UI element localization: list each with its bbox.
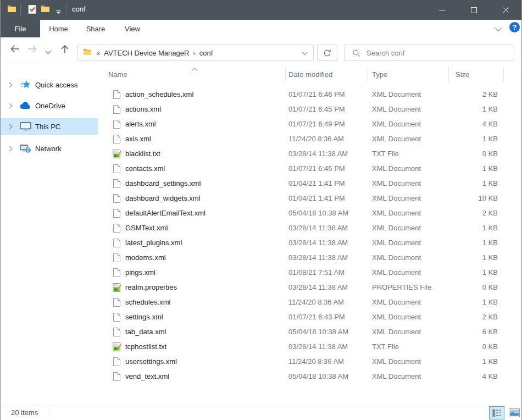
file-row[interactable]: tcphostlist.txt 03/28/14 11:38 AM TXT Fi…	[98, 340, 522, 355]
expand-chevron-icon[interactable]	[6, 124, 15, 130]
navigation-pane: Quick access OneDrive This PC	[1, 63, 98, 405]
file-type-icon	[113, 104, 121, 114]
file-row[interactable]: GSMText.xml 03/28/14 11:38 AM XML Docume…	[98, 221, 522, 236]
breadcrumb-segment-parent[interactable]: AVTECH Device ManageR	[104, 49, 189, 57]
file-name: axis.xml	[125, 135, 151, 143]
file-type: XML Document	[372, 164, 421, 173]
sidebar-item-quick-access[interactable]: Quick access	[1, 76, 98, 93]
file-row[interactable]: realm.properties 03/28/14 11:38 AM PROPE…	[98, 280, 522, 295]
file-row[interactable]: alerts.xml 01/07/21 6:49 PM XML Document…	[98, 117, 522, 132]
file-type: XML Document	[372, 313, 421, 321]
file-row[interactable]: defaultAlertEmailText.xml 05/04/18 10:38…	[98, 206, 522, 221]
file-type: XML Document	[372, 194, 421, 202]
sidebar-item-label: This PC	[35, 123, 60, 131]
column-header-date-modified[interactable]: Date modified	[288, 70, 332, 79]
file-type-icon	[113, 283, 121, 292]
file-row[interactable]: contacts.xml 01/07/21 6:45 PM XML Docume…	[98, 162, 522, 176]
sidebar-item-network[interactable]: Network	[1, 140, 98, 157]
search-input[interactable]	[365, 48, 514, 58]
column-separator[interactable]	[503, 67, 504, 82]
file-row[interactable]: dashboard_settings.xml 01/04/21 1:41 PM …	[98, 176, 522, 191]
file-row[interactable]: actions.xml 01/07/21 6:45 PM XML Documen…	[98, 102, 522, 117]
file-row[interactable]: pings.xml 01/08/21 7:51 AM XML Document …	[98, 266, 522, 280]
properties-quick-access-icon[interactable]	[28, 4, 36, 16]
expand-chevron-icon[interactable]	[6, 82, 15, 88]
thumbnails-view-button[interactable]	[507, 406, 522, 419]
file-row[interactable]: usersettings.xml 11/24/20 8:36 AM XML Do…	[98, 355, 522, 369]
file-type-icon	[113, 327, 121, 337]
file-date-modified: 01/07/21 6:46 PM	[288, 90, 345, 98]
file-type-icon	[113, 194, 121, 203]
refresh-button[interactable]	[317, 45, 337, 61]
column-header-name[interactable]: Name	[108, 70, 127, 79]
help-button[interactable]: ?	[509, 22, 520, 32]
file-date-modified: 01/04/21 1:41 PM	[288, 194, 345, 202]
details-view-icon	[492, 409, 502, 417]
column-header-type[interactable]: Type	[372, 70, 387, 79]
file-name: action_schedules.xml	[125, 90, 193, 98]
file-row[interactable]: modems.xml 03/28/14 11:38 AM XML Documen…	[98, 251, 522, 266]
breadcrumb-collapsed-indicator[interactable]: «	[96, 49, 100, 57]
close-button[interactable]	[490, 0, 521, 20]
forward-button[interactable]	[27, 44, 38, 56]
maximize-button[interactable]	[458, 0, 490, 20]
tab-file[interactable]: File	[1, 20, 40, 37]
file-name: dashboard_widgets.xml	[125, 194, 201, 202]
expand-ribbon-chevron-icon[interactable]	[495, 25, 502, 34]
sidebar-item-this-pc[interactable]: This PC	[1, 118, 98, 135]
file-size: 4 KB	[438, 372, 498, 380]
column-separator[interactable]	[285, 67, 286, 82]
file-row[interactable]: settings.xml 01/07/21 6:43 PM XML Docume…	[98, 310, 522, 325]
file-row[interactable]: latest_plugins.xml 03/28/14 11:38 AM XML…	[98, 236, 522, 251]
address-bar[interactable]: « AVTECH Device ManageR › conf	[77, 45, 314, 61]
file-row[interactable]: vend_text.xml 05/04/18 10:38 AM XML Docu…	[98, 369, 522, 384]
sidebar-item-label: Quick access	[35, 81, 77, 89]
new-folder-quick-access-icon[interactable]	[41, 5, 50, 14]
file-date-modified: 03/28/14 11:38 AM	[288, 239, 348, 247]
file-type-icon	[113, 342, 121, 352]
column-separator[interactable]	[368, 67, 368, 82]
file-row[interactable]: axis.xml 11/24/20 8:36 AM XML Document 1…	[98, 132, 522, 147]
file-row[interactable]: dashboard_widgets.xml 01/04/21 1:41 PM X…	[98, 191, 522, 206]
file-size: 0 KB	[438, 283, 498, 291]
file-name: usersettings.xml	[125, 357, 177, 366]
address-dropdown-chevron-icon[interactable]	[302, 49, 308, 57]
file-row[interactable]: blacklist.txt 03/28/14 11:38 AM TXT File…	[98, 147, 522, 162]
customize-quick-access-caret-icon[interactable]	[55, 8, 62, 16]
minimize-button[interactable]	[426, 0, 458, 20]
file-size: 1 KB	[438, 135, 498, 143]
column-headers: Name Date modified Type Size	[98, 63, 522, 87]
details-view-button[interactable]	[489, 406, 504, 419]
tab-share[interactable]: Share	[77, 20, 114, 37]
file-name: vend_text.xml	[125, 372, 169, 380]
column-separator[interactable]	[448, 67, 449, 82]
titlebar-separator	[20, 4, 21, 15]
expand-chevron-icon[interactable]	[6, 103, 15, 109]
back-button[interactable]	[9, 44, 20, 56]
sidebar-item-onedrive[interactable]: OneDrive	[1, 97, 98, 114]
file-size: 1 KB	[438, 253, 498, 262]
file-size: 4 KB	[438, 120, 498, 128]
file-name: realm.properties	[125, 283, 177, 291]
breadcrumb-segment-current[interactable]: conf	[199, 49, 213, 57]
file-type-icon	[113, 372, 121, 382]
file-type: TXT File	[372, 150, 399, 158]
network-globe-icon	[19, 144, 32, 153]
onedrive-cloud-icon	[19, 102, 32, 109]
up-button[interactable]	[60, 44, 70, 56]
file-name: latest_plugins.xml	[125, 239, 182, 247]
file-row[interactable]: action_schedules.xml 01/07/21 6:46 PM XM…	[98, 87, 522, 102]
window-title: conf	[72, 5, 86, 13]
file-type: XML Document	[372, 298, 421, 306]
sidebar-item-label: Network	[35, 145, 62, 153]
file-name: schedules.xml	[125, 298, 170, 306]
file-row[interactable]: schedules.xml 11/24/20 8:36 AM XML Docum…	[98, 295, 522, 310]
tab-view[interactable]: View	[114, 20, 151, 37]
file-row[interactable]: tab_data.xml 05/04/18 10:38 AM XML Docum…	[98, 325, 522, 340]
recent-locations-chevron-icon[interactable]	[45, 48, 51, 56]
column-header-size[interactable]: Size	[456, 70, 469, 79]
file-type: XML Document	[372, 268, 421, 277]
window-controls	[426, 0, 521, 20]
tab-home[interactable]: Home	[40, 20, 77, 37]
expand-chevron-icon[interactable]	[6, 146, 15, 152]
